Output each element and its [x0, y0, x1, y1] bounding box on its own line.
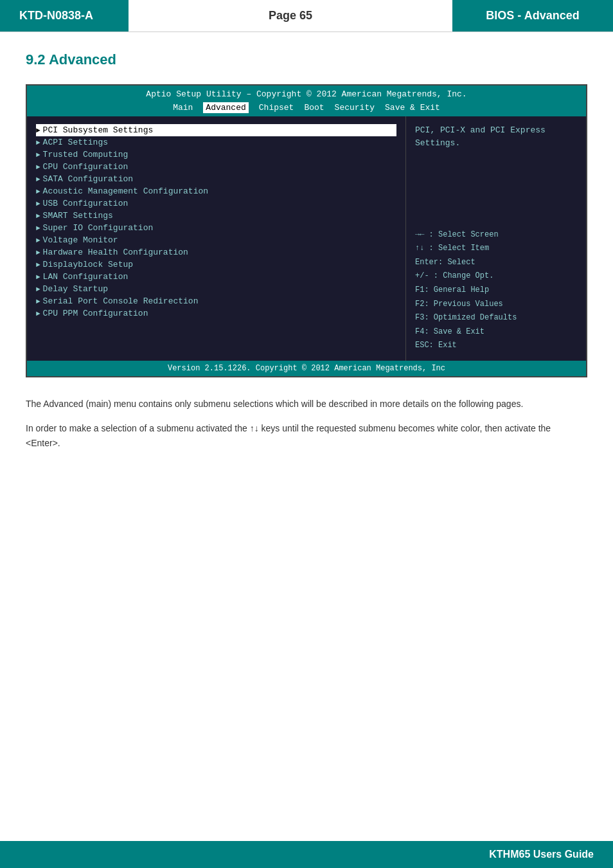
- bios-title-bar: Aptio Setup Utility – Copyright © 2012 A…: [27, 86, 586, 101]
- header-ktd: KTD-N0838-A: [0, 0, 129, 32]
- menu-advanced[interactable]: Advanced: [203, 102, 248, 113]
- bios-right-panel: PCI, PCI-X and PCI Express Settings. →← …: [406, 116, 586, 361]
- arrow-icon: ►: [36, 139, 40, 147]
- body-para2: In order to make a selection of a submen…: [26, 421, 587, 450]
- menu-main[interactable]: Main: [173, 103, 193, 113]
- key-select-screen: →← : Select Screen: [415, 228, 577, 242]
- footer-label: KTHM65 Users Guide: [489, 849, 594, 860]
- arrow-icon: ►: [36, 310, 40, 318]
- key-esc: ESC: Exit: [415, 339, 577, 353]
- arrow-icon: ►: [36, 163, 40, 171]
- bios-key-help: →← : Select Screen ↑↓ : Select Item Ente…: [415, 228, 577, 353]
- menu-security[interactable]: Security: [335, 103, 375, 113]
- arrow-icon: ►: [36, 176, 40, 183]
- bios-item-sata[interactable]: ► SATA Configuration: [36, 173, 396, 185]
- arrow-icon: ►: [36, 127, 40, 134]
- bios-item-acoustic[interactable]: ► Acoustic Management Configuration: [36, 185, 396, 197]
- header-bios: BIOS - Advanced: [452, 0, 613, 32]
- bios-item-smart[interactable]: ► SMART Settings: [36, 210, 396, 222]
- arrow-icon: ►: [36, 249, 40, 257]
- menu-chipset[interactable]: Chipset: [259, 103, 294, 113]
- bios-menubar: MainAdvancedChipsetBootSecuritySave & Ex…: [27, 101, 586, 116]
- menu-save-exit[interactable]: Save & Exit: [385, 103, 440, 113]
- key-change-opt: +/- : Change Opt.: [415, 269, 577, 284]
- arrow-icon: ►: [36, 212, 40, 220]
- header-bar: KTD-N0838-A Page 65 BIOS - Advanced: [0, 0, 613, 32]
- bios-item-voltage[interactable]: ► Voltage Monitor: [36, 234, 396, 246]
- arrow-icon: ►: [36, 188, 40, 195]
- bios-item-acpi[interactable]: ► ACPI Settings: [36, 136, 396, 149]
- arrow-icon: ►: [36, 200, 40, 208]
- bios-item-superio[interactable]: ► Super IO Configuration: [36, 222, 396, 234]
- arrow-icon: ►: [36, 151, 40, 159]
- page-footer: KTHM65 Users Guide: [0, 841, 613, 868]
- key-f2: F2: Previous Values: [415, 298, 577, 312]
- body-para1: The Advanced (main) menu contains only s…: [26, 397, 587, 411]
- page-content: 9.2 Advanced Aptio Setup Utility – Copyr…: [0, 32, 613, 473]
- arrow-icon: ►: [36, 224, 40, 232]
- bios-body: ► PCI Subsystem Settings ► ACPI Settings…: [27, 116, 586, 361]
- bios-version-footer: Version 2.15.1226. Copyright © 2012 Amer…: [27, 361, 586, 376]
- bios-item-displayblock[interactable]: ► Displayblock Setup: [36, 258, 396, 271]
- bios-item-pci[interactable]: ► PCI Subsystem Settings: [36, 124, 396, 136]
- bios-item-cpuppm[interactable]: ► CPU PPM Configuration: [36, 307, 396, 320]
- arrow-icon: ►: [36, 285, 40, 293]
- key-f1: F1: General Help: [415, 284, 577, 298]
- bios-screenshot: Aptio Setup Utility – Copyright © 2012 A…: [26, 84, 587, 377]
- key-f4: F4: Save & Exit: [415, 325, 577, 339]
- bios-item-lan[interactable]: ► LAN Configuration: [36, 271, 396, 283]
- bios-item-hardware[interactable]: ► Hardware Health Configuration: [36, 246, 396, 258]
- arrow-icon: ►: [36, 273, 40, 281]
- bios-left-panel: ► PCI Subsystem Settings ► ACPI Settings…: [27, 116, 406, 361]
- bios-item-delay[interactable]: ► Delay Startup: [36, 283, 396, 295]
- arrow-icon: ►: [36, 237, 40, 244]
- menu-boot[interactable]: Boot: [304, 103, 324, 113]
- key-enter: Enter: Select: [415, 256, 577, 270]
- section-title: 9.2 Advanced: [26, 51, 587, 68]
- bios-item-usb[interactable]: ► USB Configuration: [36, 197, 396, 210]
- bios-help-text: PCI, PCI-X and PCI Express Settings.: [415, 124, 577, 215]
- key-f3: F3: Optimized Defaults: [415, 311, 577, 325]
- arrow-icon: ►: [36, 298, 40, 305]
- key-select-item: ↑↓ : Select Item: [415, 242, 577, 256]
- header-page: Page 65: [129, 0, 452, 32]
- bios-item-serial[interactable]: ► Serial Port Console Redirection: [36, 295, 396, 307]
- arrow-icon: ►: [36, 261, 40, 269]
- bios-item-cpu[interactable]: ► CPU Configuration: [36, 161, 396, 173]
- bios-item-trusted[interactable]: ► Trusted Computing: [36, 149, 396, 161]
